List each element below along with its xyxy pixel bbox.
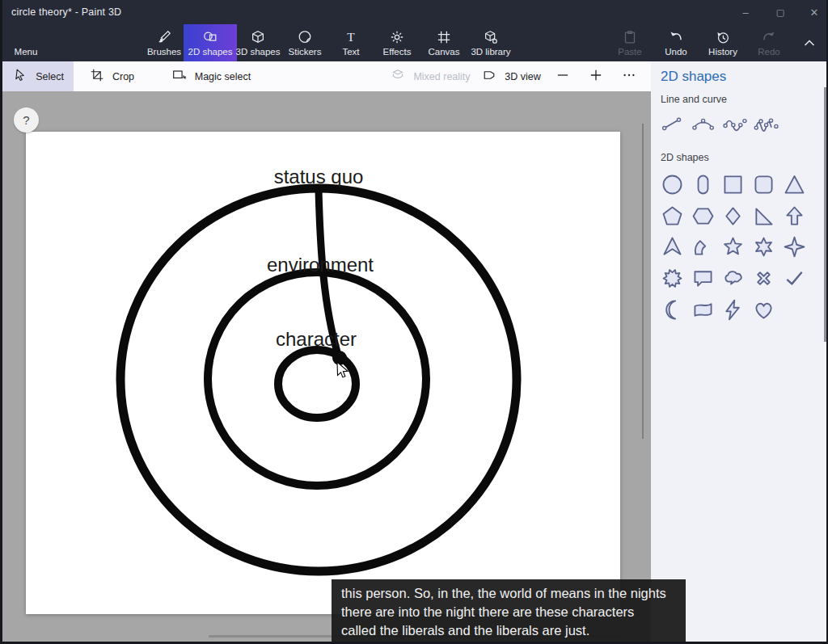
tool-select[interactable]: Select <box>2 61 74 91</box>
menu-button[interactable]: Menu <box>6 24 45 61</box>
titlebar: circle theory* - Paint 3D – ▢ ✕ <box>0 0 828 24</box>
shape-cross-x[interactable] <box>749 264 779 296</box>
line-tool-curve[interactable] <box>689 112 717 139</box>
shape-burst[interactable] <box>657 264 688 296</box>
help-button[interactable]: ? <box>14 107 39 133</box>
minimize-button[interactable]: – <box>732 0 759 24</box>
line-tool-line[interactable] <box>657 112 686 139</box>
line-tool-s-curve[interactable] <box>720 112 749 139</box>
maximize-button[interactable]: ▢ <box>767 0 794 24</box>
cube-library-icon <box>482 28 500 46</box>
shape-curved-wedge[interactable] <box>688 234 719 265</box>
main-toolbar: Menu Brushes 2D shapes 3D shapes Sticker… <box>0 24 828 61</box>
toolbar-item-canvas[interactable]: Canvas <box>420 24 467 61</box>
line-end-dot <box>332 351 347 365</box>
shape-ellipse[interactable] <box>688 170 719 202</box>
canvas-vertical-scrollbar[interactable] <box>642 124 644 439</box>
tool-3d-view[interactable]: 3D view <box>470 61 552 91</box>
caption-line: called the liberals and the liberals are… <box>341 621 676 640</box>
shapes-panel: 2D shapes Line and curve 2D shapes <box>651 61 826 642</box>
cube-icon <box>249 28 267 46</box>
toolbar-item-3d-shapes[interactable]: 3D shapes <box>231 24 285 61</box>
s-curve-icon <box>721 114 749 137</box>
checkmark-icon <box>781 265 808 295</box>
shape-hexagon[interactable] <box>688 202 719 234</box>
line-tool-double-curve[interactable] <box>752 112 780 139</box>
shape-crescent[interactable] <box>657 296 688 327</box>
line-icon <box>658 114 686 137</box>
chevron-up-icon <box>801 34 818 52</box>
brush-icon <box>155 28 173 46</box>
caption-line: there are into the night there are these… <box>341 603 676 621</box>
diamond-icon <box>720 203 746 233</box>
history-icon <box>714 28 732 46</box>
shape-star-6[interactable] <box>749 234 779 265</box>
shape-pentagon[interactable] <box>657 202 688 234</box>
banner-icon <box>690 297 716 326</box>
triangle-icon <box>781 171 808 201</box>
subtitle-caption: this person. So, in the, the world of me… <box>332 579 686 642</box>
zoom-out-button[interactable] <box>549 61 577 91</box>
line-section-label: Line and curve <box>661 94 727 105</box>
more-options-button[interactable] <box>615 61 643 91</box>
toolbar-item-brushes[interactable]: Brushes <box>141 24 188 61</box>
shape-triangle[interactable] <box>779 170 809 202</box>
magic-select-icon <box>171 67 188 86</box>
shape-circle[interactable] <box>657 170 688 202</box>
cross-x-icon <box>750 265 777 295</box>
zoom-in-plus-icon <box>588 67 604 86</box>
shape-rounded-square[interactable] <box>749 170 779 202</box>
select-arrow-icon <box>12 67 28 86</box>
zoom-in-button[interactable] <box>582 61 610 91</box>
close-button[interactable]: ✕ <box>801 0 828 24</box>
help-question-icon: ? <box>23 113 29 127</box>
shape-checkmark[interactable] <box>779 264 809 296</box>
toolbar-item-2d-shapes[interactable]: 2D shapes <box>184 24 237 61</box>
text-icon: T <box>342 28 360 46</box>
toolbar-item-effects[interactable]: Effects <box>374 24 420 61</box>
hexagon-icon <box>690 203 716 233</box>
shape-heart[interactable] <box>749 296 779 327</box>
tool-crop[interactable]: Crop <box>77 61 146 91</box>
view-3d-icon <box>481 67 497 86</box>
rounded-square-icon <box>750 171 777 201</box>
arrow-up-icon <box>781 203 808 233</box>
shape-banner[interactable] <box>688 296 719 327</box>
shape-right-triangle[interactable] <box>749 202 779 234</box>
shape-star-5[interactable] <box>718 234 749 265</box>
zoom-out-minus-icon <box>555 67 571 86</box>
panel-title: 2D shapes <box>661 69 726 85</box>
toolbar-item-3d-library[interactable]: 3D library <box>464 24 518 61</box>
shape-thought-bubble[interactable] <box>718 264 749 296</box>
toolbar-item-paste[interactable]: Paste <box>606 24 653 61</box>
undo-icon <box>667 28 685 46</box>
star-5-icon <box>720 234 746 263</box>
curved-wedge-icon <box>690 234 716 263</box>
shape-arrow-up[interactable] <box>779 202 809 234</box>
drawing-canvas[interactable]: status quo environment character <box>26 132 620 614</box>
shape-diamond[interactable] <box>718 202 749 234</box>
square-icon <box>720 171 746 201</box>
shape-arrowhead[interactable] <box>657 234 688 265</box>
toolbar-item-undo[interactable]: Undo <box>653 24 699 61</box>
toolbar-item-text[interactable]: T Text <box>327 24 374 61</box>
shape-star-4[interactable] <box>779 234 809 265</box>
canvas-frame-icon <box>435 28 453 46</box>
tool-magic-select[interactable]: Magic select <box>153 61 269 91</box>
double-curve-icon <box>753 114 780 137</box>
toolbar-item-history[interactable]: History <box>699 24 746 61</box>
mixed-reality-icon <box>390 67 406 86</box>
window-border-left <box>0 0 2 644</box>
caption-line: this person. So, in the, the world of me… <box>341 584 676 603</box>
toolbar-item-redo[interactable]: Redo <box>746 24 792 61</box>
shape-lightning[interactable] <box>718 296 749 327</box>
thought-bubble-icon <box>720 265 746 295</box>
tool-mixed-reality[interactable]: Mixed reality <box>376 61 484 91</box>
toolbar-item-stickers[interactable]: Stickers <box>281 24 328 61</box>
circle-icon <box>659 171 686 201</box>
svg-text:T: T <box>347 30 355 44</box>
shape-speech-bubble[interactable] <box>688 264 719 296</box>
circle-theory-drawing: status quo environment character <box>26 132 620 614</box>
collapse-toolbar-button[interactable] <box>795 24 824 61</box>
shape-square[interactable] <box>718 170 749 202</box>
